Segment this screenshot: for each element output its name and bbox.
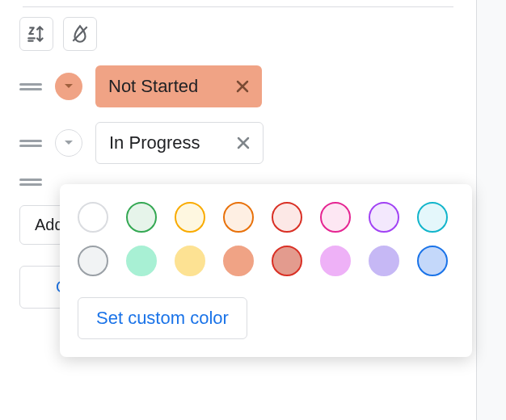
color-swatch-light-orange[interactable]: [223, 202, 254, 233]
close-icon: [234, 78, 251, 94]
color-swatch-light-red[interactable]: [272, 202, 302, 233]
color-dropdown-button[interactable]: [55, 73, 82, 100]
swatch-row-1: [78, 202, 454, 233]
chevron-down-icon: [64, 140, 74, 146]
color-swatch-gray[interactable]: [78, 246, 108, 276]
close-icon: [235, 135, 251, 151]
color-swatch-light-cyan[interactable]: [417, 202, 448, 233]
droplet-off-icon: [70, 23, 91, 44]
color-dropdown-button[interactable]: [55, 129, 82, 157]
toolbar: [19, 17, 463, 51]
color-swatch-pink[interactable]: [320, 246, 351, 276]
remove-option-button[interactable]: [231, 75, 254, 98]
color-swatch-blue[interactable]: [417, 246, 448, 276]
option-row-0: [13, 65, 463, 107]
swatch-row-2: [78, 246, 454, 276]
option-label-input[interactable]: [109, 132, 222, 153]
option-label-input[interactable]: [108, 76, 221, 97]
set-custom-color-button[interactable]: Set custom color: [78, 297, 247, 339]
divider: [23, 6, 453, 7]
sort-az-icon: [26, 23, 47, 44]
color-swatch-lavender[interactable]: [369, 246, 399, 276]
color-swatch-light-yellow[interactable]: [175, 202, 205, 233]
color-swatch-light-pink[interactable]: [320, 202, 351, 233]
color-swatch-mint[interactable]: [126, 246, 157, 276]
color-swatch-white[interactable]: [78, 202, 108, 233]
color-swatch-yellow[interactable]: [175, 246, 205, 276]
color-swatch-light-purple[interactable]: [369, 202, 399, 233]
option-row-1: [13, 122, 463, 164]
remove-option-button[interactable]: [232, 132, 255, 154]
drag-handle[interactable]: [19, 140, 42, 147]
sort-az-button[interactable]: [19, 17, 53, 51]
color-picker-popover: Set custom color: [60, 184, 472, 357]
option-chip: [95, 122, 264, 164]
color-swatch-red[interactable]: [272, 246, 302, 276]
drag-handle[interactable]: [19, 83, 42, 90]
color-swatch-light-green[interactable]: [126, 202, 157, 233]
drag-handle[interactable]: [19, 178, 42, 186]
option-chip: [95, 65, 262, 107]
color-swatch-salmon[interactable]: [223, 246, 254, 276]
chevron-down-icon: [64, 83, 74, 90]
no-color-button[interactable]: [63, 17, 97, 51]
